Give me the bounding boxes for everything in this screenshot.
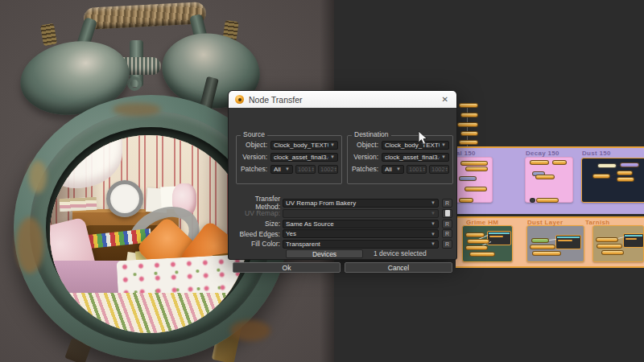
size-combobox[interactable]: Same As Source▼ [283, 220, 439, 228]
cancel-button[interactable]: Cancel [345, 262, 452, 273]
stacked-node-pill[interactable] [459, 103, 478, 108]
destination-object-combobox[interactable]: Clock_body_TEXTURE_ME▼ [382, 141, 449, 150]
stacked-node-pill[interactable] [459, 140, 478, 145]
spinner-arrows-icon[interactable]: ▲▼ [445, 167, 449, 171]
patches-label: Patches: [351, 165, 378, 173]
group-title: Destination [352, 130, 391, 138]
node-pill[interactable] [469, 252, 495, 257]
devices-button[interactable]: Devices [286, 249, 363, 258]
application-window: Metal 150Decay 150Dust 150Grime HMDust L… [0, 0, 644, 362]
close-icon[interactable]: ✕ [440, 95, 450, 104]
node-pill[interactable] [592, 174, 610, 179]
chevron-down-icon: ▼ [441, 154, 446, 159]
node-block[interactable] [555, 235, 581, 249]
file-browse-button[interactable] [442, 209, 452, 218]
band-border-line [456, 266, 644, 268]
node-pill[interactable] [465, 167, 488, 171]
chevron-down-icon: ▼ [441, 142, 446, 147]
node-pill[interactable] [617, 171, 633, 175]
spinner-arrows-icon[interactable]: ▲▼ [312, 167, 316, 171]
object-label: Object: [240, 141, 267, 149]
node-pill[interactable] [617, 177, 634, 182]
destination-version-combobox[interactable]: clock_asset_final3.obj▼ [382, 153, 449, 162]
spinner-arrows-icon[interactable]: ▲▼ [423, 167, 427, 171]
node-pill[interactable] [531, 238, 549, 243]
destination-patches-combobox[interactable]: All▼ [382, 165, 404, 174]
node-pill[interactable] [459, 176, 477, 181]
source-patch-start-spinbox[interactable]: 1001▲▼ [295, 165, 316, 174]
transfer-method-combobox[interactable]: UV Remap From Bakery▼ [283, 199, 439, 208]
reset-button[interactable]: R [442, 229, 452, 238]
spinner-arrows-icon[interactable]: ▲▼ [334, 167, 338, 171]
node-pill[interactable] [536, 198, 559, 203]
node-pill[interactable] [465, 245, 488, 250]
reset-button[interactable]: R [442, 220, 452, 228]
dialog-title: Node Transfer [249, 95, 440, 105]
devices-status: 1 device selected [374, 249, 427, 257]
object-label: Object: [351, 141, 378, 149]
bleed-edges-label: Bleed Edges: [235, 230, 280, 238]
node-pill[interactable] [532, 251, 561, 256]
chevron-down-icon: ▼ [431, 241, 436, 246]
bleed-edges-combobox[interactable]: Yes▼ [283, 229, 439, 238]
version-label: Version: [240, 153, 267, 161]
destination-group: Destination Object: Clock_body_TEXTURE_M… [347, 135, 453, 184]
patches-label: Patches: [240, 165, 267, 173]
node-pill[interactable] [601, 250, 624, 255]
source-object-combobox[interactable]: Clock_body_TEXTURE_ME▼ [270, 141, 338, 150]
stacked-node-pill[interactable] [457, 122, 478, 127]
source-version-combobox[interactable]: clock_asset_final3.obj▼ [270, 153, 338, 162]
devices-row: Devices 1 device selected [235, 249, 452, 258]
stacked-node-pill[interactable] [460, 131, 478, 136]
node-block[interactable] [623, 233, 644, 248]
node-pill[interactable] [597, 163, 617, 168]
stacked-node-pill[interactable] [460, 113, 478, 117]
chevron-down-icon: ▼ [431, 232, 436, 237]
uv-remap-combobox: ▼ [283, 209, 439, 218]
band-border-line [456, 146, 644, 148]
node-pill[interactable] [620, 162, 639, 167]
mouse-cursor [418, 130, 428, 146]
destination-patch-end-spinbox[interactable]: 1002▲▼ [429, 165, 449, 174]
node-pill[interactable] [460, 161, 488, 166]
node-pill[interactable] [530, 198, 535, 203]
reset-button[interactable]: R [442, 240, 452, 249]
node-pill[interactable] [552, 160, 567, 165]
uv-remap-label: UV Remap: [235, 209, 280, 217]
source-patch-end-spinbox[interactable]: 1002▲▼ [318, 165, 338, 174]
size-label: Size: [235, 220, 280, 228]
chevron-down-icon: ▼ [330, 154, 335, 159]
node-group-label: Dust 150 [582, 150, 611, 157]
reset-button[interactable]: R [442, 199, 452, 208]
node-transfer-dialog: Node Transfer ✕ Source Object: Clock_bod… [228, 90, 457, 260]
version-label: Version: [351, 153, 378, 161]
chevron-down-icon: ▼ [396, 167, 401, 171]
chevron-down-icon: ▼ [431, 211, 436, 216]
source-group: Source Object: Clock_body_TEXTURE_ME▼ Ve… [236, 135, 342, 184]
node-group-label: Dust Layer [527, 219, 563, 226]
group-title: Source [241, 130, 267, 138]
file-icon [445, 210, 450, 216]
chevron-down-icon: ▼ [431, 221, 436, 226]
destination-patch-start-spinbox[interactable]: 1001▲▼ [407, 165, 427, 174]
node-pill[interactable] [467, 239, 489, 244]
node-pill[interactable] [530, 245, 555, 249]
dialog-titlebar[interactable]: Node Transfer ✕ [229, 91, 456, 108]
node-pill[interactable] [459, 198, 473, 203]
node-block[interactable] [487, 231, 511, 245]
node-pill[interactable] [597, 244, 622, 249]
node-pill[interactable] [596, 237, 618, 242]
band-border-line [456, 216, 644, 218]
node-group-label: Grime HM [466, 219, 498, 226]
source-patches-combobox[interactable]: All▼ [270, 165, 293, 174]
chevron-down-icon: ▼ [330, 142, 335, 147]
fill-color-label: Fill Color: [235, 240, 280, 248]
fill-color-combobox[interactable]: Transparent▼ [283, 240, 439, 249]
node-pill[interactable] [464, 187, 487, 191]
node-pill[interactable] [530, 160, 549, 165]
chevron-down-icon: ▼ [285, 167, 290, 171]
ok-button[interactable]: Ok [233, 262, 341, 273]
node-pill[interactable] [535, 175, 555, 179]
node-pill[interactable] [465, 232, 485, 237]
node-group-label: Tarnish [585, 219, 609, 226]
